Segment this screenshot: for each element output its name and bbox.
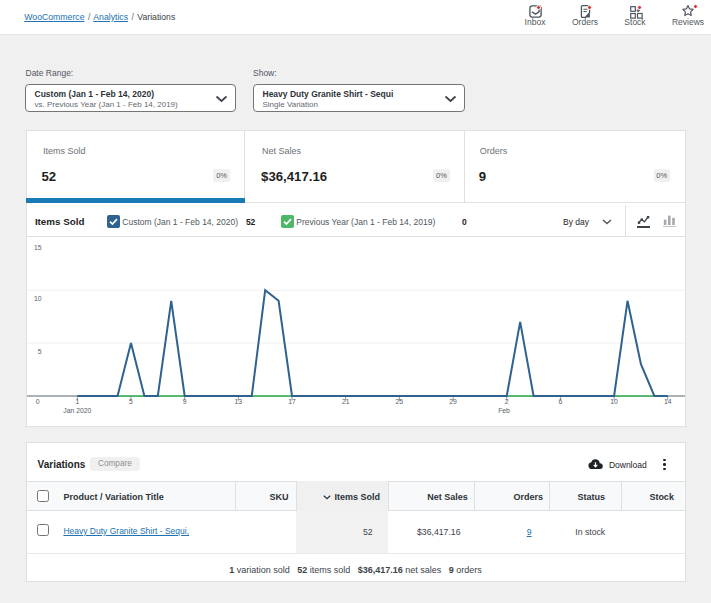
svg-text:13: 13 — [235, 398, 243, 405]
svg-text:10: 10 — [34, 295, 42, 302]
svg-text:15: 15 — [34, 244, 42, 251]
svg-text:6: 6 — [559, 398, 563, 405]
svg-text:17: 17 — [288, 398, 296, 405]
svg-text:14: 14 — [664, 398, 672, 405]
svg-text:5: 5 — [129, 398, 133, 405]
svg-text:Jan 2020: Jan 2020 — [63, 407, 91, 414]
svg-text:21: 21 — [342, 398, 350, 405]
svg-text:0: 0 — [36, 398, 40, 405]
svg-text:29: 29 — [449, 398, 457, 405]
svg-text:Feb: Feb — [498, 407, 510, 414]
svg-text:5: 5 — [38, 348, 42, 355]
svg-text:10: 10 — [610, 398, 618, 405]
svg-text:25: 25 — [396, 398, 404, 405]
svg-text:2: 2 — [505, 398, 509, 405]
svg-text:9: 9 — [183, 398, 187, 405]
svg-text:1: 1 — [75, 398, 79, 405]
